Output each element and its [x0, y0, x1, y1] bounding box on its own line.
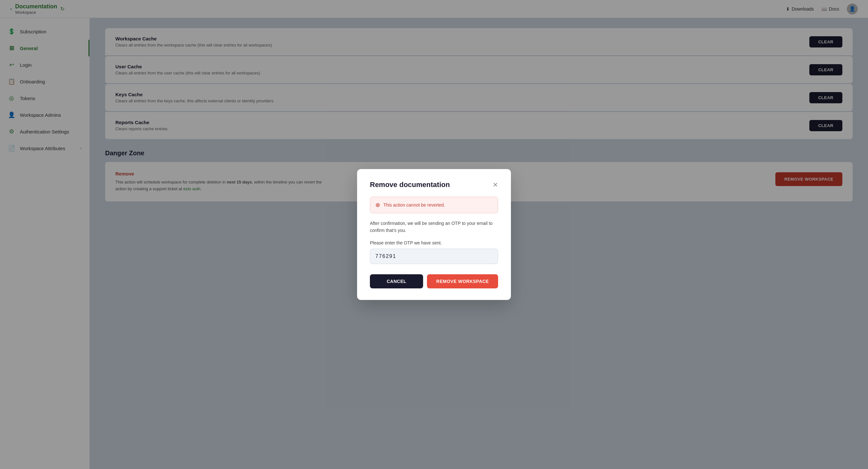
- warning-text: This action cannot be reverted.: [383, 202, 445, 208]
- otp-label: Please enter the OTP we have sent.: [370, 240, 498, 245]
- remove-workspace-confirm-button[interactable]: REMOVE WORKSPACE: [427, 274, 498, 288]
- warning-banner: ⊗ This action cannot be reverted.: [370, 197, 498, 213]
- modal-header: Remove documentation ✕: [370, 181, 498, 189]
- modal-description: After confirmation, we will be sending a…: [370, 220, 498, 234]
- modal-close-button[interactable]: ✕: [493, 182, 498, 188]
- modal-title: Remove documentation: [370, 181, 450, 189]
- otp-input[interactable]: [370, 248, 498, 264]
- modal-overlay[interactable]: Remove documentation ✕ ⊗ This action can…: [0, 0, 868, 469]
- warning-icon: ⊗: [375, 202, 380, 208]
- remove-workspace-modal: Remove documentation ✕ ⊗ This action can…: [357, 169, 511, 300]
- modal-actions: CANCEL REMOVE WORKSPACE: [370, 274, 498, 288]
- cancel-button[interactable]: CANCEL: [370, 274, 423, 288]
